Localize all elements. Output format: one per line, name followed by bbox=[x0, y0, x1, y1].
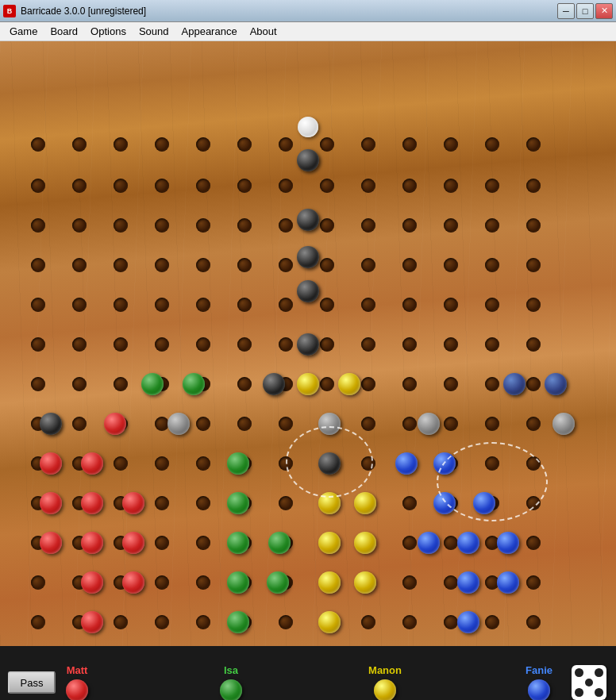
game-marble[interactable] bbox=[40, 413, 62, 435]
game-marble[interactable] bbox=[81, 571, 103, 594]
menu-appearance[interactable]: Appearance bbox=[175, 24, 244, 39]
game-marble[interactable] bbox=[227, 571, 249, 594]
game-marble[interactable] bbox=[81, 611, 103, 633]
game-marble[interactable] bbox=[318, 571, 341, 594]
game-marble[interactable] bbox=[354, 492, 376, 514]
board-hole bbox=[279, 496, 293, 510]
board-hole bbox=[402, 337, 417, 352]
board-hole bbox=[320, 258, 334, 272]
maximize-button[interactable]: □ bbox=[576, 3, 594, 19]
game-marble[interactable] bbox=[503, 373, 526, 395]
board-hole bbox=[196, 137, 210, 152]
board-hole bbox=[402, 496, 417, 510]
game-marble[interactable] bbox=[81, 452, 103, 475]
game-marble[interactable] bbox=[457, 532, 479, 554]
game-marble[interactable] bbox=[318, 492, 341, 514]
game-marble[interactable] bbox=[318, 413, 341, 435]
board-hole bbox=[155, 456, 169, 471]
game-marble[interactable] bbox=[433, 452, 456, 475]
game-marble[interactable] bbox=[297, 373, 319, 395]
board-hole bbox=[31, 179, 45, 193]
game-marble[interactable] bbox=[318, 532, 341, 554]
game-marble[interactable] bbox=[497, 532, 519, 554]
board-hole bbox=[279, 218, 293, 233]
game-marble[interactable] bbox=[297, 149, 319, 171]
game-marble[interactable] bbox=[497, 571, 519, 594]
game-marble[interactable] bbox=[81, 532, 103, 554]
game-marble[interactable] bbox=[473, 492, 495, 514]
board-hole bbox=[196, 337, 210, 352]
game-marble[interactable] bbox=[433, 492, 456, 514]
game-marble[interactable] bbox=[338, 373, 360, 395]
game-marble[interactable] bbox=[104, 413, 126, 435]
game-marble[interactable] bbox=[267, 571, 289, 594]
game-marble[interactable] bbox=[122, 532, 144, 554]
game-marble[interactable] bbox=[40, 532, 62, 554]
game-marble[interactable] bbox=[297, 246, 319, 268]
board-hole bbox=[485, 258, 499, 272]
game-marble[interactable] bbox=[268, 532, 291, 554]
game-marble[interactable] bbox=[354, 571, 376, 594]
game-marble[interactable] bbox=[141, 373, 164, 395]
menu-options[interactable]: Options bbox=[84, 24, 133, 39]
board-hole bbox=[72, 179, 87, 193]
board-hole bbox=[155, 179, 169, 193]
board-hole bbox=[279, 179, 293, 193]
game-marble[interactable] bbox=[552, 413, 575, 435]
board-hole bbox=[361, 337, 375, 352]
board-hole bbox=[237, 417, 252, 431]
menu-board[interactable]: Board bbox=[44, 24, 84, 39]
window-controls: ─ □ ✕ bbox=[557, 3, 613, 19]
game-marble[interactable] bbox=[457, 611, 479, 633]
game-marble[interactable] bbox=[122, 571, 144, 594]
game-marble[interactable] bbox=[297, 209, 319, 231]
game-marble[interactable] bbox=[227, 492, 249, 514]
game-marble[interactable] bbox=[227, 452, 249, 475]
game-marble[interactable] bbox=[297, 333, 319, 356]
game-marble[interactable] bbox=[40, 452, 62, 475]
board-hole bbox=[72, 337, 87, 352]
menu-bar: Game Board Options Sound Appearance Abou… bbox=[0, 22, 616, 41]
game-marble[interactable] bbox=[227, 532, 249, 554]
board-hole bbox=[237, 337, 252, 352]
menu-about[interactable]: About bbox=[244, 24, 283, 39]
game-marble[interactable] bbox=[318, 452, 341, 475]
game-marble[interactable] bbox=[318, 611, 341, 633]
game-marble[interactable] bbox=[122, 492, 144, 514]
game-marble[interactable] bbox=[354, 532, 376, 554]
close-button[interactable]: ✕ bbox=[595, 3, 613, 19]
board-hole bbox=[196, 575, 210, 590]
board-hole bbox=[485, 456, 499, 471]
board-hole bbox=[526, 137, 541, 152]
menu-game[interactable]: Game bbox=[3, 24, 44, 39]
menu-sound[interactable]: Sound bbox=[133, 24, 175, 39]
game-marble[interactable] bbox=[297, 280, 319, 302]
game-marble[interactable] bbox=[545, 373, 567, 395]
board-hole bbox=[31, 218, 45, 233]
pass-button[interactable]: Pass bbox=[8, 671, 56, 694]
game-marble[interactable] bbox=[298, 117, 318, 137]
board-hole bbox=[485, 179, 499, 193]
board-hole bbox=[114, 218, 128, 233]
board-hole bbox=[444, 218, 458, 233]
board-hole bbox=[114, 137, 128, 152]
game-marble[interactable] bbox=[263, 373, 285, 395]
board-hole bbox=[196, 615, 210, 629]
game-marble[interactable] bbox=[81, 492, 103, 514]
game-marble[interactable] bbox=[227, 611, 249, 633]
game-marble[interactable] bbox=[40, 492, 62, 514]
game-marble[interactable] bbox=[183, 373, 205, 395]
minimize-button[interactable]: ─ bbox=[557, 3, 575, 19]
board-hole bbox=[526, 337, 541, 352]
board-hole bbox=[526, 377, 541, 391]
board-hole bbox=[444, 417, 458, 431]
board-hole bbox=[114, 258, 128, 272]
game-marble[interactable] bbox=[457, 571, 479, 594]
game-marble[interactable] bbox=[418, 413, 440, 435]
board-hole bbox=[114, 179, 128, 193]
board-hole bbox=[196, 536, 210, 550]
game-marble[interactable] bbox=[395, 452, 418, 475]
game-marble[interactable] bbox=[418, 532, 440, 554]
game-marble[interactable] bbox=[167, 413, 190, 435]
board-hole bbox=[279, 456, 293, 471]
